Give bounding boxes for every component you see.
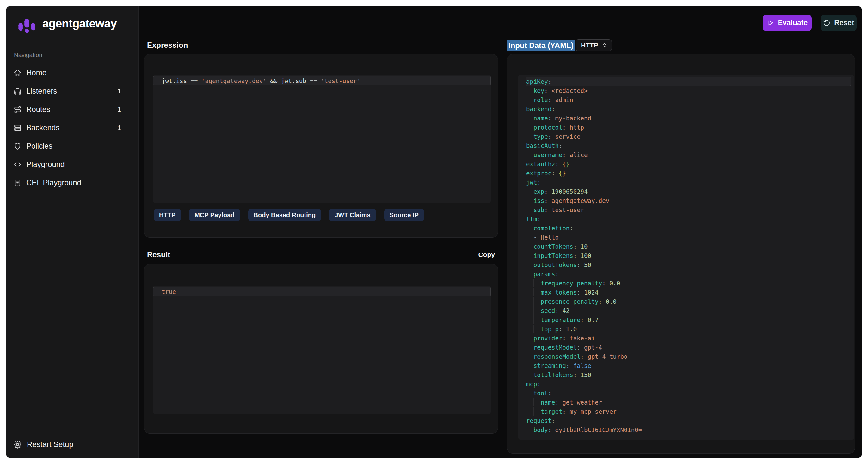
sidebar-item-label: Backends <box>26 123 59 132</box>
sidebar-item-label: Routes <box>26 105 50 114</box>
code-line: presence_penalty: 0.0 <box>526 297 851 306</box>
home-icon <box>13 69 22 77</box>
code-line: username: alice <box>526 150 851 159</box>
code-line: body: eyJtb2RlbCI6ICJmYXN0In0= <box>526 425 851 434</box>
indent-guide <box>526 114 533 122</box>
sidebar-item-home[interactable]: Home <box>12 65 132 80</box>
sample-chip-source-ip[interactable]: Source IP <box>384 209 424 221</box>
sample-chip-mcp-payload[interactable]: MCP Payload <box>189 209 240 221</box>
code-line: type: service <box>526 132 851 141</box>
code-line: top_p: 1.0 <box>526 324 851 333</box>
server-icon <box>13 124 22 132</box>
expression-sample-chips: HTTPMCP PayloadBody Based RoutingJWT Cla… <box>154 209 424 221</box>
code-line: countTokens: 10 <box>526 242 851 251</box>
code-line: tool: <box>526 389 851 398</box>
indent-guide <box>526 132 533 141</box>
sample-chip-body-based-routing[interactable]: Body Based Routing <box>248 209 321 221</box>
indent-guide <box>526 398 533 406</box>
indent-guide <box>533 279 541 287</box>
code-line: params: <box>526 269 851 278</box>
main-content: Evaluate Reset Expression jwt.iss == 'ag… <box>138 6 862 458</box>
sidebar-item-label: Playground <box>26 160 64 169</box>
code-line: inputTokens: 100 <box>526 251 851 260</box>
active-code-line: apiKey: <box>526 77 851 86</box>
sample-chip-jwt-claims[interactable]: JWT Claims <box>329 209 376 221</box>
sidebar-item-policies[interactable]: Policies <box>12 138 132 154</box>
input-data-title: Input Data (YAML) <box>507 40 575 51</box>
code-icon <box>13 160 22 169</box>
indent-guide <box>526 407 533 416</box>
sidebar-item-count-badge: 1 <box>117 87 121 95</box>
rotate-ccw-icon <box>823 19 830 27</box>
indent-guide <box>526 205 533 214</box>
expression-editor[interactable]: jwt.iss == 'agentgateway.dev' && jwt.sub… <box>153 75 491 203</box>
sidebar: agentgateway Navigation HomeListeners1Ro… <box>6 6 138 458</box>
indent-guide <box>533 325 541 333</box>
evaluate-button[interactable]: Evaluate <box>763 15 812 31</box>
code-line: name: my-backend <box>526 113 851 123</box>
sidebar-item-listeners[interactable]: Listeners1 <box>12 83 132 99</box>
active-code-line: true <box>153 287 491 296</box>
input-mode-select[interactable]: HTTP <box>576 39 612 51</box>
calculator-icon <box>13 178 22 187</box>
code-line: completion: <box>526 224 851 233</box>
code-line: request: <box>526 416 851 425</box>
sidebar-item-label: Listeners <box>26 87 57 95</box>
active-code-line: jwt.iss == 'agentgateway.dev' && jwt.sub… <box>153 76 491 85</box>
result-title: Result <box>147 250 170 259</box>
indent-guide <box>526 334 533 342</box>
code-line: seed: 42 <box>526 306 851 315</box>
sample-chip-http[interactable]: HTTP <box>154 209 181 221</box>
sidebar-item-routes[interactable]: Routes1 <box>12 101 132 117</box>
code-line: llm: <box>526 214 851 224</box>
code-line: sub: test-user <box>526 205 851 214</box>
indent-guide <box>526 425 533 434</box>
code-line: provider: fake-ai <box>526 333 851 343</box>
gear-icon <box>13 440 22 449</box>
yaml-editor[interactable]: apiKey:key: <redacted>role: adminbackend… <box>518 75 854 440</box>
indent-guide <box>526 343 533 352</box>
sidebar-item-label: CEL Playground <box>26 178 81 187</box>
sidebar-item-backends[interactable]: Backends1 <box>12 120 132 136</box>
indent-guide <box>526 316 533 324</box>
indent-guide <box>526 233 533 241</box>
restart-setup-button[interactable]: Restart Setup <box>6 432 138 458</box>
sidebar-item-playground[interactable]: Playground <box>12 157 132 172</box>
indent-guide <box>526 370 533 379</box>
indent-guide <box>533 316 541 324</box>
reset-button[interactable]: Reset <box>820 15 857 31</box>
sidebar-header: agentgateway <box>6 6 138 41</box>
indent-guide <box>526 86 533 95</box>
code-line: role: admin <box>526 95 851 104</box>
indent-guide <box>533 288 541 296</box>
indent-guide <box>533 306 541 315</box>
copy-button[interactable]: Copy <box>478 251 495 259</box>
code-line: name: get_weather <box>526 398 851 407</box>
code-line: basicAuth: <box>526 141 851 150</box>
code-line: target: my-mcp-server <box>526 407 851 416</box>
code-line: extproc: {} <box>526 168 851 178</box>
result-header: Result Copy <box>147 250 495 259</box>
indent-guide <box>533 398 541 406</box>
indent-guide <box>526 251 533 260</box>
result-viewer[interactable]: true <box>153 286 491 414</box>
code-line: mcp: <box>526 379 851 389</box>
code-line: outputTokens: 50 <box>526 260 851 269</box>
indent-guide <box>526 306 533 315</box>
code-line: protocol: http <box>526 123 851 132</box>
indent-guide <box>526 279 533 287</box>
sidebar-item-label: Home <box>26 68 46 77</box>
chevrons-up-down-icon <box>601 42 608 48</box>
indent-guide <box>533 407 541 416</box>
sidebar-nav: Navigation HomeListeners1Routes1Backends… <box>6 41 138 193</box>
headphones-icon <box>13 87 22 95</box>
expression-title: Expression <box>147 40 188 50</box>
indent-guide <box>526 270 533 278</box>
indent-guide <box>526 242 533 251</box>
code-line: - Hello <box>526 233 851 242</box>
sidebar-item-cel-playground[interactable]: CEL Playground <box>12 175 132 191</box>
indent-guide <box>526 187 533 196</box>
code-line: requestModel: gpt-4 <box>526 343 851 352</box>
code-line: jwt: <box>526 178 851 187</box>
indent-guide <box>526 325 533 333</box>
